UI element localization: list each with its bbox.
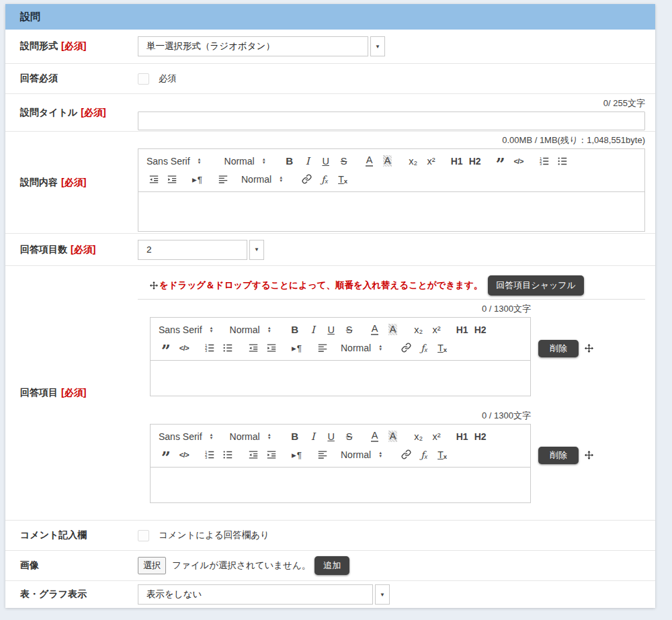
italic-icon[interactable]: I — [306, 322, 321, 337]
required-badge: [必須] — [81, 107, 106, 119]
row-question-type: 設問形式 [必須] 単一選択形式（ラジオボタン） — [5, 30, 655, 64]
bullet-list-icon[interactable] — [220, 447, 235, 462]
header1-icon[interactable]: H1 — [455, 322, 470, 337]
question-type-select-arrow[interactable] — [370, 36, 385, 56]
ordered-list-icon[interactable]: 123 — [202, 341, 217, 355]
line-height-picker[interactable]: Normal — [341, 343, 382, 353]
size-picker[interactable]: Normal — [230, 431, 271, 442]
bullet-list-icon[interactable] — [220, 341, 235, 355]
link-icon[interactable] — [398, 341, 413, 355]
formula-icon[interactable] — [417, 447, 431, 462]
question-body-editor: Sans Serif Normal B I U S A A x₂ — [138, 148, 645, 232]
ordered-list-icon[interactable]: 123 — [202, 447, 217, 462]
font-picker[interactable]: Sans Serif — [159, 431, 214, 442]
delete-button[interactable]: 削除 — [538, 340, 579, 357]
superscript-icon[interactable]: x² — [429, 322, 444, 337]
editor-toolbar: Sans Serif Normal B I U S — [151, 318, 530, 361]
answer-count-select-value[interactable]: 2 — [138, 240, 247, 260]
background-color-icon[interactable]: A — [386, 429, 401, 444]
italic-icon[interactable]: I — [306, 429, 321, 444]
blockquote-icon[interactable] — [159, 447, 173, 462]
background-color-icon[interactable]: A — [380, 154, 395, 169]
row-image: 画像 選択 ファイルが選択されていません。 追加 — [5, 551, 655, 581]
font-picker[interactable]: Sans Serif — [146, 156, 202, 167]
bold-icon[interactable]: B — [288, 322, 302, 337]
formula-icon[interactable] — [317, 172, 332, 187]
question-type-select-value[interactable]: 単一選択形式（ラジオボタン） — [138, 36, 368, 56]
outdent-icon[interactable] — [146, 172, 161, 187]
outdent-icon[interactable] — [246, 341, 261, 355]
text-direction-icon[interactable] — [190, 172, 205, 187]
background-color-icon[interactable]: A — [386, 322, 401, 337]
size-picker[interactable]: Normal — [230, 324, 271, 335]
text-color-icon[interactable]: A — [368, 429, 382, 444]
answer-item-char-counter: 0 / 1300文字 — [150, 300, 531, 317]
answer-item-editor-area[interactable] — [151, 468, 530, 502]
text-direction-icon[interactable] — [290, 341, 304, 355]
add-image-button[interactable]: 追加 — [314, 556, 349, 575]
bold-icon[interactable]: B — [288, 429, 302, 444]
text-color-icon[interactable]: A — [368, 322, 382, 337]
comment-checkbox[interactable] — [138, 530, 149, 541]
drag-handle-icon[interactable] — [585, 451, 593, 459]
link-icon[interactable] — [398, 447, 413, 462]
question-body-editor-area[interactable] — [138, 192, 644, 231]
bold-icon[interactable]: B — [282, 154, 297, 169]
text-color-icon[interactable]: A — [362, 154, 377, 169]
chart-display-select-value[interactable]: 表示をしない — [138, 584, 373, 605]
superscript-icon[interactable]: x² — [429, 429, 444, 444]
strike-icon[interactable]: S — [337, 154, 351, 169]
file-select-button[interactable]: 選択 — [138, 557, 166, 574]
formula-icon[interactable] — [417, 341, 431, 355]
italic-icon[interactable]: I — [300, 154, 315, 169]
blockquote-icon[interactable] — [493, 154, 508, 169]
indent-icon[interactable] — [264, 341, 279, 355]
header1-icon[interactable]: H1 — [455, 429, 470, 444]
font-picker[interactable]: Sans Serif — [159, 324, 214, 335]
line-height-picker[interactable]: Normal — [241, 174, 283, 185]
clean-format-icon[interactable] — [435, 447, 450, 462]
blockquote-icon[interactable] — [159, 341, 173, 355]
outdent-icon[interactable] — [246, 447, 261, 462]
link-icon[interactable] — [299, 172, 314, 187]
header2-icon[interactable]: H2 — [468, 154, 482, 169]
indent-icon[interactable] — [264, 447, 279, 462]
strike-icon[interactable]: S — [342, 429, 357, 444]
clean-format-icon[interactable] — [435, 341, 450, 355]
text-direction-icon[interactable] — [290, 447, 304, 462]
row-comment-field: コメント記入欄 コメントによる回答欄あり — [5, 521, 655, 551]
header2-icon[interactable]: H2 — [473, 429, 488, 444]
code-block-icon[interactable] — [177, 341, 192, 355]
ordered-list-icon[interactable]: 123 — [537, 154, 552, 169]
answer-item-editor-area[interactable] — [151, 361, 530, 396]
underline-icon[interactable]: U — [324, 322, 339, 337]
header1-icon[interactable]: H1 — [450, 154, 464, 169]
bullet-list-icon[interactable] — [555, 154, 570, 169]
superscript-icon[interactable]: x² — [424, 154, 439, 169]
subscript-icon[interactable]: x₂ — [411, 322, 426, 337]
indent-icon[interactable] — [165, 172, 179, 187]
align-icon[interactable] — [315, 341, 330, 355]
answer-count-select-arrow[interactable] — [249, 240, 264, 260]
chart-display-select-arrow[interactable] — [375, 584, 390, 605]
size-picker[interactable]: Normal — [224, 156, 266, 167]
code-block-icon[interactable] — [177, 447, 192, 462]
align-icon[interactable] — [216, 172, 230, 187]
underline-icon[interactable]: U — [319, 154, 333, 169]
line-height-picker[interactable]: Normal — [341, 449, 382, 460]
clean-format-icon[interactable] — [335, 172, 350, 187]
align-icon[interactable] — [315, 447, 330, 462]
subscript-icon[interactable]: x₂ — [411, 429, 426, 444]
code-block-icon[interactable] — [511, 154, 526, 169]
question-title-input[interactable] — [138, 112, 645, 130]
answer-required-checkbox-label: 必須 — [159, 73, 177, 85]
subscript-icon[interactable]: x₂ — [406, 154, 421, 169]
header2-icon[interactable]: H2 — [473, 322, 488, 337]
strike-icon[interactable]: S — [342, 322, 357, 337]
shuffle-button[interactable]: 回答項目シャッフル — [488, 275, 584, 296]
drag-handle-icon[interactable] — [585, 344, 593, 353]
answer-required-checkbox[interactable] — [138, 73, 149, 85]
delete-button[interactable]: 削除 — [538, 447, 579, 464]
underline-icon[interactable]: U — [324, 429, 339, 444]
answer-item-1: 0 / 1300文字 Sans Serif Normal — [150, 300, 645, 396]
